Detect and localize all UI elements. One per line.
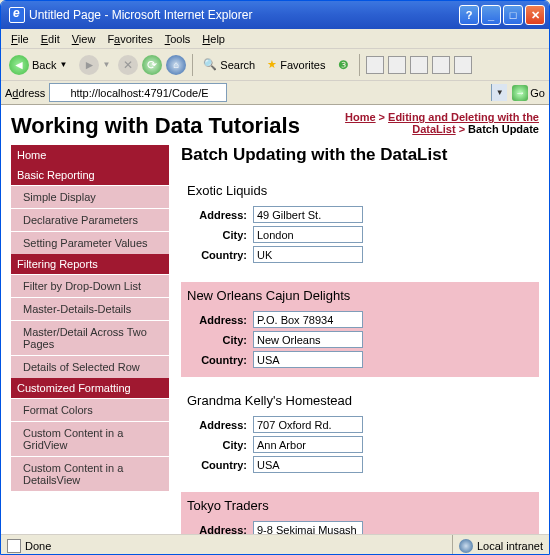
page-heading: Batch Updating with the DataList (181, 145, 539, 165)
search-button[interactable]: 🔍 Search (199, 56, 259, 73)
supplier-block: Exotic LiquidsAddress:City:Country: (181, 177, 539, 272)
address-input[interactable] (253, 416, 363, 433)
stop-button[interactable]: ✕ (118, 55, 138, 75)
discuss-button[interactable] (432, 56, 450, 74)
separator (359, 54, 360, 76)
back-label: Back (32, 59, 56, 71)
statusbar: Done Local intranet (1, 534, 549, 555)
search-icon: 🔍 (203, 58, 217, 71)
favorites-button[interactable]: ★ Favorites (263, 56, 329, 73)
window-title: Untitled Page - Microsoft Internet Explo… (29, 8, 457, 22)
address-label: Address: (187, 419, 253, 431)
toolbar: ◄ Back ▼ ► ▼ ✕ ⟳ ⌂ 🔍 Search ★ Favorites … (1, 49, 549, 81)
country-input[interactable] (253, 456, 363, 473)
address-label: Address: (187, 524, 253, 535)
address-input[interactable] (253, 521, 363, 534)
sidebar-item[interactable]: Declarative Parameters (11, 208, 169, 231)
addressbar: Address ▼ → Go (1, 81, 549, 105)
address-label: Address: (187, 209, 253, 221)
menu-tools[interactable]: Tools (159, 31, 197, 47)
supplier-name: Tokyo Traders (187, 498, 533, 513)
sidebar-item[interactable]: Master/Detail Across Two Pages (11, 320, 169, 355)
forward-button: ► ▼ (75, 53, 114, 77)
back-dropdown-icon: ▼ (59, 60, 67, 69)
edit-button[interactable] (410, 56, 428, 74)
menu-edit[interactable]: Edit (35, 31, 66, 47)
country-label: Country: (187, 459, 253, 471)
forward-icon: ► (79, 55, 99, 75)
back-icon: ◄ (9, 55, 29, 75)
sidebar-item[interactable]: Simple Display (11, 185, 169, 208)
menu-file[interactable]: File (5, 31, 35, 47)
country-input[interactable] (253, 351, 363, 368)
star-icon: ★ (267, 58, 277, 71)
sidebar-item[interactable]: Format Colors (11, 398, 169, 421)
breadcrumb: Home>Editing and Deleting with the DataL… (329, 111, 539, 135)
history-button[interactable]: ❸ (333, 55, 353, 75)
zone-icon (459, 539, 473, 553)
content-area: Working with Data Tutorials Home>Editing… (1, 105, 549, 534)
go-icon: → (512, 85, 528, 101)
separator (192, 54, 193, 76)
url-dropdown-icon[interactable]: ▼ (491, 84, 507, 101)
url-input[interactable] (49, 83, 227, 102)
address-input[interactable] (253, 206, 363, 223)
sidebar-group-head[interactable]: Basic Reporting (11, 165, 169, 185)
ie-icon (9, 7, 25, 23)
country-label: Country: (187, 354, 253, 366)
supplier-block: New Orleans Cajun DelightsAddress:City:C… (181, 282, 539, 377)
sidebar-group-head[interactable]: Customized Formatting (11, 378, 169, 398)
sidebar-item[interactable]: Details of Selected Row (11, 355, 169, 378)
done-icon (7, 539, 21, 553)
address-input[interactable] (253, 311, 363, 328)
city-input[interactable] (253, 436, 363, 453)
close-button[interactable]: ✕ (525, 5, 545, 25)
city-label: City: (187, 229, 253, 241)
zone-text: Local intranet (477, 540, 543, 552)
sidebar: Home Basic ReportingSimple DisplayDeclar… (11, 145, 169, 534)
city-input[interactable] (253, 226, 363, 243)
city-input[interactable] (253, 331, 363, 348)
maximize-button[interactable]: □ (503, 5, 523, 25)
breadcrumb-home[interactable]: Home (345, 111, 376, 123)
city-label: City: (187, 334, 253, 346)
forward-dropdown-icon: ▼ (102, 60, 110, 69)
main-content: Batch Updating with the DataList Exotic … (181, 145, 539, 534)
sidebar-item[interactable]: Filter by Drop-Down List (11, 274, 169, 297)
menu-view[interactable]: View (66, 31, 102, 47)
country-input[interactable] (253, 246, 363, 263)
menu-help[interactable]: Help (196, 31, 231, 47)
back-button[interactable]: ◄ Back ▼ (5, 53, 71, 77)
supplier-name: Exotic Liquids (187, 183, 533, 198)
sidebar-item[interactable]: Custom Content in a DetailsView (11, 456, 169, 491)
breadcrumb-current: Batch Update (468, 123, 539, 135)
minimize-button[interactable]: _ (481, 5, 501, 25)
address-label: Address (5, 87, 45, 99)
supplier-name: New Orleans Cajun Delights (187, 288, 533, 303)
go-label: Go (530, 87, 545, 99)
supplier-block: Grandma Kelly's HomesteadAddress:City:Co… (181, 387, 539, 482)
sidebar-item-home[interactable]: Home (11, 145, 169, 165)
home-button[interactable]: ⌂ (166, 55, 186, 75)
search-label: Search (220, 59, 255, 71)
menu-favorites[interactable]: Favorites (101, 31, 158, 47)
titlebar: Untitled Page - Microsoft Internet Explo… (1, 1, 549, 29)
status-text: Done (25, 540, 51, 552)
address-label: Address: (187, 314, 253, 326)
sidebar-item[interactable]: Master-Details-Details (11, 297, 169, 320)
menubar: File Edit View Favorites Tools Help (1, 29, 549, 49)
favorites-label: Favorites (280, 59, 325, 71)
sidebar-item[interactable]: Custom Content in a GridView (11, 421, 169, 456)
mail-button[interactable] (366, 56, 384, 74)
site-title: Working with Data Tutorials (11, 113, 300, 139)
city-label: City: (187, 439, 253, 451)
refresh-button[interactable]: ⟳ (142, 55, 162, 75)
supplier-name: Grandma Kelly's Homestead (187, 393, 533, 408)
sidebar-item[interactable]: Setting Parameter Values (11, 231, 169, 254)
country-label: Country: (187, 249, 253, 261)
help-button[interactable]: ? (459, 5, 479, 25)
print-button[interactable] (388, 56, 406, 74)
research-button[interactable] (454, 56, 472, 74)
sidebar-group-head[interactable]: Filtering Reports (11, 254, 169, 274)
go-button[interactable]: → Go (512, 85, 545, 101)
